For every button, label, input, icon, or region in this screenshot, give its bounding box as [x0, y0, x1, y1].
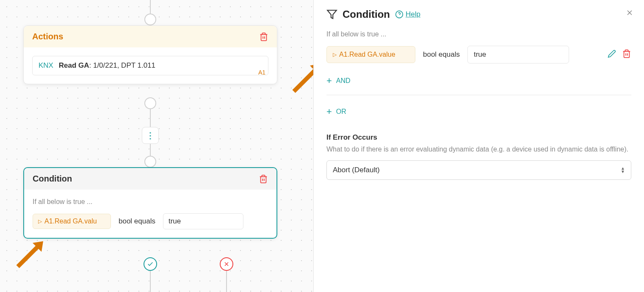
add-or-label: OR [336, 108, 346, 116]
close-icon[interactable] [625, 8, 634, 19]
condition-operator: bool equals [423, 50, 460, 59]
condition-operand-chip[interactable]: ▷ A1.Read GA.value [326, 46, 415, 63]
connector-line [150, 271, 151, 292]
panel-subtitle: If all below is true ... [326, 30, 631, 38]
workflow-canvas[interactable]: Actions KNX Read GA: 1/0/221, DPT 1.011 … [0, 0, 313, 292]
actions-card[interactable]: Actions KNX Read GA: 1/0/221, DPT 1.011 … [23, 25, 277, 84]
help-link[interactable]: Help [395, 10, 420, 19]
trash-icon[interactable] [259, 174, 268, 184]
plus-icon: + [326, 75, 332, 86]
connector-line [226, 271, 227, 292]
select-value: Abort (Default) [333, 166, 380, 174]
condition-card-title: Condition [33, 174, 72, 184]
condition-value-input[interactable]: true [467, 46, 569, 63]
help-text: Help [406, 10, 420, 19]
funnel-icon [326, 9, 337, 20]
panel-header: Condition Help [326, 8, 631, 20]
chip-text: A1.Read GA.value [339, 51, 395, 58]
action-params: : 1/0/221, DPT 1.011 [89, 61, 156, 69]
condition-value-input[interactable]: true [163, 213, 243, 229]
actions-card-title: Actions [32, 32, 63, 41]
add-or-button[interactable]: + OR [326, 103, 631, 121]
condition-card[interactable]: Condition If all below is true ... ▷ A1.… [23, 167, 277, 239]
panel-condition-row: ▷ A1.Read GA.value bool equals true [326, 46, 631, 63]
help-icon [395, 10, 404, 19]
action-id-badge: A1 [258, 69, 265, 76]
add-and-label: AND [336, 77, 351, 85]
connector-node[interactable] [144, 97, 156, 109]
true-branch-node[interactable] [144, 257, 157, 271]
condition-card-body: If all below is true ... ▷ A1.Read GA.va… [24, 190, 276, 238]
condition-subtitle: If all below is true ... [33, 198, 268, 206]
action-protocol-tag: KNX [39, 61, 53, 69]
plus-icon: + [326, 106, 332, 117]
trash-icon[interactable] [622, 49, 631, 60]
triangle-icon: ▷ [333, 52, 337, 58]
triangle-icon: ▷ [38, 218, 42, 224]
condition-operator: bool equals [119, 217, 155, 226]
action-label: Read GA [59, 61, 89, 69]
node-menu-button[interactable]: ⋮ [142, 127, 159, 144]
condition-row: ▷ A1.Read GA.valu bool equals true [33, 213, 268, 229]
chevron-updown-icon: ▲▼ [621, 167, 625, 174]
error-section-title: If Error Occurs [326, 133, 631, 142]
condition-panel: Condition Help If all below is true ... … [313, 0, 644, 292]
false-branch-node[interactable] [220, 257, 233, 271]
panel-divider [326, 95, 631, 95]
svg-marker-4 [327, 10, 337, 19]
actions-card-header: Actions [24, 26, 277, 47]
trash-icon[interactable] [259, 32, 268, 41]
add-and-button[interactable]: + AND [326, 72, 631, 90]
action-row[interactable]: KNX Read GA: 1/0/221, DPT 1.011 A1 [32, 56, 268, 75]
connector-node[interactable] [144, 156, 156, 168]
error-section-desc: What to do if there is an error evaluati… [326, 144, 631, 154]
actions-card-body: KNX Read GA: 1/0/221, DPT 1.011 A1 [24, 47, 277, 84]
panel-title: Condition [343, 8, 390, 20]
condition-card-header: Condition [24, 168, 276, 190]
condition-operand-chip[interactable]: ▷ A1.Read GA.valu [33, 214, 111, 229]
error-action-select[interactable]: Abort (Default) ▲▼ [326, 160, 631, 180]
pencil-icon[interactable] [608, 50, 616, 60]
chip-text: A1.Read GA.valu [44, 218, 97, 225]
connector-node[interactable] [144, 14, 156, 25]
condition-row-actions [608, 49, 631, 60]
